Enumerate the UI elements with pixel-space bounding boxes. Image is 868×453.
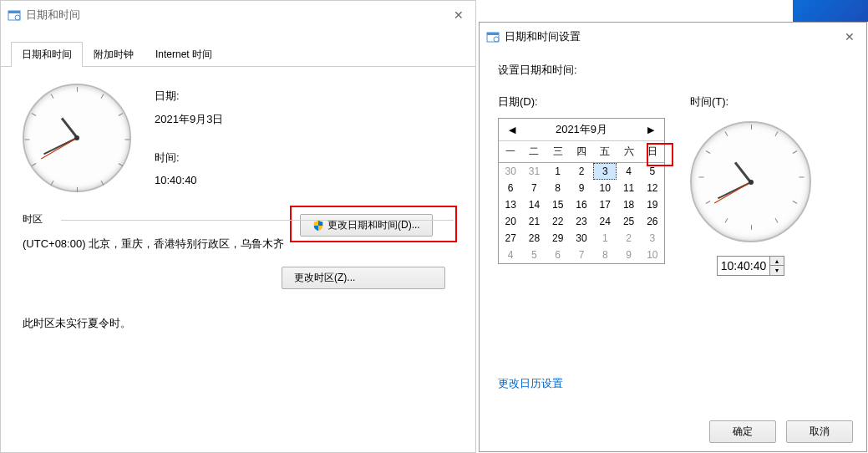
datetime-settings-window: 日期和时间设置 ✕ 设置日期和时间: 日期(D): ◀ 2021年9月 ▶ 一二… bbox=[479, 22, 867, 452]
calendar-day[interactable]: 22 bbox=[546, 213, 570, 230]
calendar-title: 2021年9月 bbox=[556, 122, 607, 137]
calendar-day-header: 六 bbox=[617, 141, 640, 163]
prev-month-button[interactable]: ◀ bbox=[504, 125, 520, 135]
calendar-day-header: 三 bbox=[546, 141, 570, 163]
svg-rect-4 bbox=[487, 33, 499, 35]
calendar: ◀ 2021年9月 ▶ 一二三四五六日303112345678910111213… bbox=[498, 118, 665, 264]
calendar-day[interactable]: 9 bbox=[617, 247, 640, 263]
tab-content: 日期: 2021年9月3日 时间: 10:40:40 更改日期和时间(D)...… bbox=[1, 67, 475, 348]
tab-additional-clocks[interactable]: 附加时钟 bbox=[83, 42, 145, 67]
calendar-day[interactable]: 30 bbox=[570, 230, 593, 247]
calendar-day[interactable]: 3 bbox=[641, 230, 664, 247]
calendar-day[interactable]: 15 bbox=[546, 196, 570, 213]
calendar-day[interactable]: 21 bbox=[522, 213, 546, 230]
close-button[interactable]: ✕ bbox=[449, 6, 469, 24]
calendar-day[interactable]: 10 bbox=[641, 247, 664, 263]
tab-datetime[interactable]: 日期和时间 bbox=[11, 42, 83, 67]
calendar-grid: 一二三四五六日303112345678910111213141516171819… bbox=[499, 141, 664, 263]
time-input-group: ▲ ▼ bbox=[717, 256, 784, 276]
tab-strip: 日期和时间 附加时钟 Internet 时间 bbox=[1, 41, 475, 67]
calendar-day[interactable]: 1 bbox=[593, 230, 617, 247]
time-label: 时间: bbox=[155, 150, 223, 165]
cancel-button[interactable]: 取消 bbox=[786, 420, 853, 443]
desktop-background bbox=[793, 0, 868, 22]
time-spin-down[interactable]: ▼ bbox=[770, 266, 784, 275]
date-value: 2021年9月3日 bbox=[155, 112, 223, 127]
calendar-day[interactable]: 16 bbox=[570, 196, 593, 213]
calendar-day[interactable]: 7 bbox=[570, 247, 593, 263]
dst-note: 此时区未实行夏令时。 bbox=[23, 316, 454, 331]
cancel-label: 取消 bbox=[810, 425, 830, 439]
calendar-day[interactable]: 29 bbox=[546, 230, 570, 247]
calendar-day-header: 五 bbox=[593, 141, 617, 163]
analog-clock-2 bbox=[690, 121, 811, 242]
next-month-button[interactable]: ▶ bbox=[642, 125, 659, 135]
date-d-label: 日期(D): bbox=[498, 94, 665, 109]
window-title: 日期和时间 bbox=[26, 8, 80, 23]
calendar-day[interactable]: 12 bbox=[641, 180, 664, 196]
calendar-day[interactable]: 17 bbox=[593, 196, 617, 213]
calendar-day[interactable]: 4 bbox=[617, 163, 640, 180]
calendar-day[interactable]: 2 bbox=[617, 230, 640, 247]
settings-heading: 设置日期和时间: bbox=[498, 63, 848, 78]
svg-point-5 bbox=[494, 37, 499, 42]
ok-button[interactable]: 确定 bbox=[709, 420, 776, 443]
calendar-day[interactable]: 18 bbox=[617, 196, 640, 213]
date-label: 日期: bbox=[155, 89, 223, 104]
calendar-day-header: 二 bbox=[522, 141, 546, 163]
highlight-box-day-5 bbox=[647, 143, 673, 166]
datetime-icon bbox=[486, 30, 500, 43]
datetime-icon bbox=[8, 8, 21, 22]
calendar-day[interactable]: 6 bbox=[546, 247, 570, 263]
calendar-day[interactable]: 24 bbox=[593, 213, 617, 230]
change-timezone-label: 更改时区(Z)... bbox=[294, 271, 355, 285]
calendar-day-header: 一 bbox=[499, 141, 522, 163]
calendar-day[interactable]: 20 bbox=[499, 213, 522, 230]
calendar-day[interactable]: 9 bbox=[570, 180, 593, 196]
calendar-day[interactable]: 13 bbox=[499, 196, 522, 213]
time-spin-up[interactable]: ▲ bbox=[770, 257, 784, 266]
analog-clock bbox=[23, 84, 131, 192]
time-t-label: 时间(T): bbox=[690, 94, 728, 109]
change-timezone-button[interactable]: 更改时区(Z)... bbox=[282, 267, 445, 289]
calendar-day[interactable]: 30 bbox=[499, 163, 522, 180]
calendar-day[interactable]: 6 bbox=[499, 180, 522, 196]
calendar-day[interactable]: 25 bbox=[617, 213, 640, 230]
titlebar-2: 日期和时间设置 ✕ bbox=[480, 23, 866, 51]
calendar-day[interactable]: 19 bbox=[641, 196, 664, 213]
change-calendar-settings-link[interactable]: 更改日历设置 bbox=[498, 376, 563, 391]
timezone-section-title: 时区 bbox=[23, 212, 454, 226]
ok-label: 确定 bbox=[733, 425, 753, 439]
calendar-day[interactable]: 27 bbox=[499, 230, 522, 247]
calendar-day[interactable]: 7 bbox=[522, 180, 546, 196]
calendar-day[interactable]: 5 bbox=[522, 247, 546, 263]
close-button-2[interactable]: ✕ bbox=[840, 28, 860, 46]
calendar-day[interactable]: 11 bbox=[617, 180, 640, 196]
titlebar: 日期和时间 ✕ bbox=[1, 1, 475, 29]
calendar-day[interactable]: 8 bbox=[546, 180, 570, 196]
calendar-day[interactable]: 8 bbox=[593, 247, 617, 263]
calendar-day[interactable]: 2 bbox=[570, 163, 593, 180]
tab-internet-time[interactable]: Internet 时间 bbox=[145, 42, 223, 67]
calendar-day[interactable]: 14 bbox=[522, 196, 546, 213]
calendar-day[interactable]: 4 bbox=[499, 247, 522, 263]
calendar-day[interactable]: 23 bbox=[570, 213, 593, 230]
window-title-2: 日期和时间设置 bbox=[505, 29, 581, 44]
calendar-day[interactable]: 28 bbox=[522, 230, 546, 247]
calendar-day[interactable]: 10 bbox=[593, 180, 617, 196]
calendar-day[interactable]: 31 bbox=[522, 163, 546, 180]
calendar-day[interactable]: 3 bbox=[593, 163, 617, 180]
time-input[interactable] bbox=[718, 257, 769, 275]
datetime-window: 日期和时间 ✕ 日期和时间 附加时钟 Internet 时间 日期: 2021年… bbox=[0, 0, 476, 453]
calendar-day[interactable]: 26 bbox=[641, 213, 664, 230]
calendar-day[interactable]: 1 bbox=[546, 163, 570, 180]
svg-rect-1 bbox=[8, 11, 20, 13]
time-value: 10:40:40 bbox=[155, 174, 223, 186]
svg-point-2 bbox=[15, 15, 20, 20]
timezone-section-label: 时区 bbox=[23, 213, 43, 225]
calendar-day-header: 四 bbox=[570, 141, 593, 163]
